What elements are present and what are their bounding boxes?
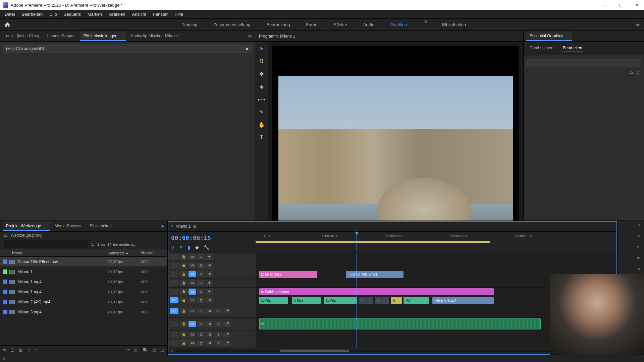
new-item-icon[interactable]: 🗋 <box>160 348 165 353</box>
panel-menu-icon[interactable]: ☰ <box>120 34 123 38</box>
tab-effect-controls[interactable]: Effekteinstellungen ☰ <box>80 32 126 41</box>
workspace-overflow-icon[interactable]: ≫ <box>636 22 640 27</box>
menu-clip[interactable]: Clip <box>46 10 60 18</box>
eye-icon[interactable]: 👁 <box>206 262 213 268</box>
list-view-icon[interactable]: ☰ <box>10 348 14 353</box>
track-target[interactable]: V5 <box>189 262 196 268</box>
label-color[interactable] <box>3 290 7 294</box>
col-framerate[interactable]: Framerate ▴ <box>108 251 141 255</box>
label-color[interactable] <box>3 310 7 314</box>
menu-grafiken[interactable]: Grafiken <box>105 10 128 18</box>
pen-tool-icon[interactable]: ✎ <box>258 108 266 116</box>
scrollbar-thumb[interactable] <box>280 350 349 352</box>
track-target[interactable]: V6 <box>189 254 196 260</box>
workspace-bibliotheken[interactable]: Bibliotheken <box>441 19 467 30</box>
clip-v1-d[interactable]: Mil <box>404 297 429 304</box>
align-tool-icon[interactable]: ⟷ <box>258 95 266 103</box>
mute-icon[interactable]: M <box>206 321 213 327</box>
type-tool-icon[interactable]: T <box>258 133 266 141</box>
eye-icon[interactable]: 👁 <box>206 280 213 286</box>
eg-tab-edit[interactable]: Bearbeiten <box>562 44 583 52</box>
snap-icon[interactable]: ⚲ <box>171 245 174 250</box>
project-row[interactable]: Milano 129,97 fps00:0 <box>0 267 167 277</box>
label-color[interactable] <box>3 269 7 274</box>
lock-icon[interactable]: 🔒 <box>180 262 187 268</box>
sync-lock-icon[interactable]: ⊡ <box>197 262 205 268</box>
find-icon[interactable]: 🔍 <box>143 348 148 353</box>
workspace-training[interactable]: Training <box>180 19 199 30</box>
clip-v1-c[interactable]: fxMila <box>324 297 357 304</box>
clip-v1-b[interactable]: fxMila <box>292 297 321 304</box>
clip-v1-fx3[interactable]: fx <box>391 297 402 304</box>
eg-tab-browse[interactable]: Durchsuchen <box>529 44 554 52</box>
tab-lumetri-scopes[interactable]: Lumetri-Scopes <box>44 32 79 41</box>
hand-tool-icon[interactable]: ✋ <box>258 121 266 129</box>
sync-lock-icon[interactable]: ⊡ <box>197 271 205 277</box>
col-name[interactable]: Name <box>3 251 108 255</box>
track-target[interactable]: V1 <box>189 297 196 303</box>
clip-farbkorrekturen[interactable]: fxFarbkorrekturen <box>259 288 494 295</box>
workspace-effekte[interactable]: Effekte <box>332 19 348 30</box>
sequence-name[interactable]: Milano 1 <box>175 224 191 229</box>
eg-menu-icon[interactable]: ☰ <box>566 34 569 38</box>
eg-new-layer-icon[interactable]: 🗋 <box>636 70 640 75</box>
workspace-zusammenstellung[interactable]: Zusammenstellung <box>212 19 252 30</box>
chevron-right-icon[interactable]: ▶ <box>246 46 249 51</box>
eye-icon[interactable]: 👁 <box>206 254 213 260</box>
voice-over-icon[interactable]: 🎤 <box>223 340 231 346</box>
menu-datei[interactable]: Datei <box>1 10 18 18</box>
voice-over-icon[interactable]: 🎤 <box>223 321 231 327</box>
timeline-menu-icon[interactable]: ☰ <box>193 225 196 228</box>
track-target[interactable]: A4 <box>189 340 196 346</box>
new-bin-icon[interactable]: 🗀 <box>152 348 156 353</box>
work-area-bar[interactable] <box>256 241 490 243</box>
menu-fenster[interactable]: Fenster <box>150 10 171 18</box>
timeline-zoom-out-icon[interactable]: ○ <box>171 349 173 353</box>
program-menu-icon[interactable]: ☰ <box>298 34 301 38</box>
project-row[interactable]: Milano 3.mp429,97 fps00,0 <box>0 307 167 317</box>
timeline-scrollbar[interactable] <box>176 350 609 352</box>
tab-audio-mixer[interactable]: Audioclip-Mischer: Milano 1 <box>127 32 183 41</box>
linked-selection-icon[interactable]: ⚭ <box>179 245 183 250</box>
eg-folder-icon[interactable]: 🗀 <box>629 70 633 75</box>
tab-project[interactable]: Projekt: Werkzeuge ☰ <box>3 222 50 231</box>
automate-icon[interactable]: ▯▯ <box>134 348 139 353</box>
close-sequence-icon[interactable]: × <box>171 224 173 229</box>
lock-icon[interactable]: 🔒 <box>180 289 187 295</box>
zoom-slider-icon[interactable]: ○ <box>35 348 37 353</box>
lock-icon[interactable]: 🔒 <box>180 331 187 338</box>
minimize-button[interactable]: ─ <box>601 1 609 9</box>
track-target[interactable]: V2 <box>189 289 196 295</box>
eye-icon[interactable]: 👁 <box>206 289 213 295</box>
clip-audio-a2[interactable]: fx <box>259 318 541 329</box>
clip-v1-fx2[interactable]: fx <box>375 297 389 304</box>
tab-source[interactable]: uelle: (keine Clips) <box>3 32 43 41</box>
clip-cursor-title[interactable]: ▫Cursor Title Effect. <box>346 271 404 278</box>
col-media[interactable]: Medien <box>141 251 165 255</box>
timeline-timecode[interactable]: 00:00:06:15 <box>171 234 253 241</box>
track-target[interactable]: A3 <box>189 331 196 338</box>
menu-bearbeiten[interactable]: Bearbeiten <box>18 10 46 18</box>
clip-milan-2022[interactable]: fxMilan 2022 <box>259 271 317 278</box>
lock-icon[interactable]: 🔒 <box>180 271 187 277</box>
rotate-tool-icon[interactable]: ◈ <box>258 82 266 90</box>
workspace-grafiken[interactable]: Grafiken <box>389 19 408 30</box>
move-tool-icon[interactable]: ✥ <box>258 70 266 78</box>
eye-icon[interactable]: 👁 <box>206 297 213 303</box>
icon-view-icon[interactable]: ▦ <box>18 348 22 353</box>
project-search-input[interactable] <box>4 240 88 248</box>
clip-v1-fx1[interactable]: fx <box>359 297 373 304</box>
voice-over-icon[interactable]: 🎤 <box>223 308 231 314</box>
clip-v1-a[interactable]: fxMila <box>259 297 288 304</box>
track-target[interactable]: A2 <box>189 321 196 327</box>
workspace-farbe[interactable]: Farbe <box>305 19 319 30</box>
project-row[interactable]: Milano 1.mp429,97 fps00:0 <box>0 277 167 287</box>
project-row[interactable]: Milano 1.mp429,97 fps00:0 <box>0 287 167 297</box>
sort-icon[interactable]: ≡ <box>127 348 130 353</box>
source-patch-v1[interactable]: V1 <box>170 297 178 303</box>
label-color[interactable] <box>3 280 7 284</box>
project-row[interactable]: Milano 2 (4K).mp429,97 fps00:0 <box>0 297 167 307</box>
marker-add-icon[interactable]: ▮ <box>188 245 191 250</box>
mute-icon[interactable]: M <box>206 340 213 346</box>
track-target[interactable]: A1 <box>189 308 196 314</box>
